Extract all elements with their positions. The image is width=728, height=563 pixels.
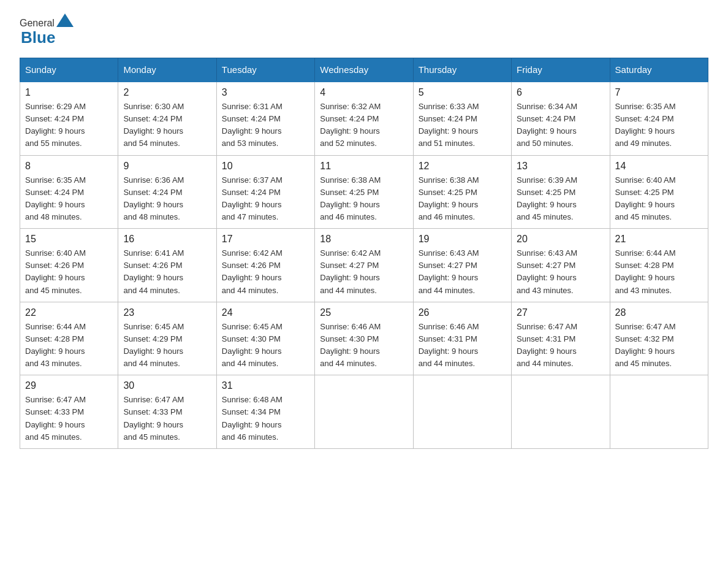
- page-header: General Blue: [20, 15, 708, 45]
- day-number: 17: [222, 234, 309, 245]
- calendar-week-row: 8Sunrise: 6:35 AM Sunset: 4:24 PM Daylig…: [20, 155, 708, 229]
- day-info: Sunrise: 6:40 AM Sunset: 4:25 PM Dayligh…: [615, 174, 703, 224]
- day-number: 30: [123, 380, 211, 391]
- calendar-cell: 29Sunrise: 6:47 AM Sunset: 4:33 PM Dayli…: [20, 375, 118, 449]
- day-number: 10: [222, 161, 309, 172]
- calendar-cell: 6Sunrise: 6:34 AM Sunset: 4:24 PM Daylig…: [512, 82, 610, 155]
- weekday-header-saturday: Saturday: [610, 58, 708, 82]
- calendar-cell: 11Sunrise: 6:38 AM Sunset: 4:25 PM Dayli…: [315, 155, 413, 229]
- weekday-header-sunday: Sunday: [20, 58, 118, 82]
- calendar-body: 1Sunrise: 6:29 AM Sunset: 4:24 PM Daylig…: [20, 82, 708, 448]
- day-info: Sunrise: 6:34 AM Sunset: 4:24 PM Dayligh…: [517, 101, 604, 150]
- calendar-cell: 25Sunrise: 6:46 AM Sunset: 4:30 PM Dayli…: [315, 302, 413, 375]
- calendar-week-row: 15Sunrise: 6:40 AM Sunset: 4:26 PM Dayli…: [20, 229, 708, 302]
- logo-blue-text: Blue: [21, 29, 74, 45]
- calendar-table: SundayMondayTuesdayWednesdayThursdayFrid…: [20, 58, 708, 449]
- day-number: 29: [25, 380, 113, 391]
- calendar-header: SundayMondayTuesdayWednesdayThursdayFrid…: [20, 58, 708, 82]
- calendar-cell: 3Sunrise: 6:31 AM Sunset: 4:24 PM Daylig…: [216, 82, 314, 155]
- day-number: 24: [222, 307, 309, 318]
- calendar-cell: [315, 375, 413, 449]
- day-info: Sunrise: 6:41 AM Sunset: 4:26 PM Dayligh…: [123, 247, 211, 297]
- calendar-cell: 30Sunrise: 6:47 AM Sunset: 4:33 PM Dayli…: [118, 375, 216, 449]
- weekday-header-row: SundayMondayTuesdayWednesdayThursdayFrid…: [20, 58, 708, 82]
- day-number: 8: [25, 161, 113, 172]
- calendar-cell: 14Sunrise: 6:40 AM Sunset: 4:25 PM Dayli…: [610, 155, 708, 229]
- calendar-week-row: 22Sunrise: 6:44 AM Sunset: 4:28 PM Dayli…: [20, 302, 708, 375]
- day-info: Sunrise: 6:29 AM Sunset: 4:24 PM Dayligh…: [25, 101, 113, 150]
- day-number: 31: [222, 380, 309, 391]
- day-info: Sunrise: 6:46 AM Sunset: 4:30 PM Dayligh…: [320, 321, 408, 370]
- day-info: Sunrise: 6:39 AM Sunset: 4:25 PM Dayligh…: [517, 174, 604, 224]
- day-info: Sunrise: 6:32 AM Sunset: 4:24 PM Dayligh…: [320, 101, 408, 150]
- calendar-cell: [610, 375, 708, 449]
- day-info: Sunrise: 6:36 AM Sunset: 4:24 PM Dayligh…: [123, 174, 211, 224]
- weekday-header-tuesday: Tuesday: [216, 58, 314, 82]
- day-info: Sunrise: 6:47 AM Sunset: 4:33 PM Dayligh…: [123, 394, 211, 443]
- calendar-cell: 26Sunrise: 6:46 AM Sunset: 4:31 PM Dayli…: [413, 302, 511, 375]
- day-info: Sunrise: 6:44 AM Sunset: 4:28 PM Dayligh…: [615, 247, 703, 297]
- day-info: Sunrise: 6:37 AM Sunset: 4:24 PM Dayligh…: [222, 174, 309, 224]
- calendar-cell: 12Sunrise: 6:38 AM Sunset: 4:25 PM Dayli…: [413, 155, 511, 229]
- calendar-cell: 31Sunrise: 6:48 AM Sunset: 4:34 PM Dayli…: [216, 375, 314, 449]
- day-info: Sunrise: 6:38 AM Sunset: 4:25 PM Dayligh…: [320, 174, 408, 224]
- calendar-cell: 19Sunrise: 6:43 AM Sunset: 4:27 PM Dayli…: [413, 229, 511, 302]
- day-number: 11: [320, 161, 408, 172]
- day-number: 3: [222, 87, 309, 98]
- day-info: Sunrise: 6:33 AM Sunset: 4:24 PM Dayligh…: [419, 101, 506, 150]
- day-number: 25: [320, 307, 408, 318]
- day-number: 19: [419, 234, 506, 245]
- day-number: 12: [419, 161, 506, 172]
- day-info: Sunrise: 6:43 AM Sunset: 4:27 PM Dayligh…: [419, 247, 506, 297]
- calendar-cell: 20Sunrise: 6:43 AM Sunset: 4:27 PM Dayli…: [512, 229, 610, 302]
- calendar-cell: 17Sunrise: 6:42 AM Sunset: 4:26 PM Dayli…: [216, 229, 314, 302]
- calendar-cell: [512, 375, 610, 449]
- day-info: Sunrise: 6:45 AM Sunset: 4:30 PM Dayligh…: [222, 321, 309, 370]
- calendar-cell: 24Sunrise: 6:45 AM Sunset: 4:30 PM Dayli…: [216, 302, 314, 375]
- calendar-cell: 23Sunrise: 6:45 AM Sunset: 4:29 PM Dayli…: [118, 302, 216, 375]
- day-number: 9: [123, 161, 211, 172]
- day-number: 20: [517, 234, 604, 245]
- calendar-cell: 7Sunrise: 6:35 AM Sunset: 4:24 PM Daylig…: [610, 82, 708, 155]
- day-info: Sunrise: 6:48 AM Sunset: 4:34 PM Dayligh…: [222, 394, 309, 443]
- day-number: 21: [615, 234, 703, 245]
- day-info: Sunrise: 6:46 AM Sunset: 4:31 PM Dayligh…: [419, 321, 506, 370]
- day-number: 4: [320, 87, 408, 98]
- calendar-cell: 21Sunrise: 6:44 AM Sunset: 4:28 PM Dayli…: [610, 229, 708, 302]
- calendar-cell: 28Sunrise: 6:47 AM Sunset: 4:32 PM Dayli…: [610, 302, 708, 375]
- calendar-cell: 16Sunrise: 6:41 AM Sunset: 4:26 PM Dayli…: [118, 229, 216, 302]
- day-number: 16: [123, 234, 211, 245]
- day-info: Sunrise: 6:44 AM Sunset: 4:28 PM Dayligh…: [25, 321, 113, 370]
- day-number: 2: [123, 87, 211, 98]
- calendar-cell: 1Sunrise: 6:29 AM Sunset: 4:24 PM Daylig…: [20, 82, 118, 155]
- day-number: 26: [419, 307, 506, 318]
- day-number: 5: [419, 87, 506, 98]
- calendar-cell: 8Sunrise: 6:35 AM Sunset: 4:24 PM Daylig…: [20, 155, 118, 229]
- calendar-cell: 22Sunrise: 6:44 AM Sunset: 4:28 PM Dayli…: [20, 302, 118, 375]
- day-number: 28: [615, 307, 703, 318]
- calendar-cell: 27Sunrise: 6:47 AM Sunset: 4:31 PM Dayli…: [512, 302, 610, 375]
- day-info: Sunrise: 6:38 AM Sunset: 4:25 PM Dayligh…: [419, 174, 506, 224]
- calendar-cell: 4Sunrise: 6:32 AM Sunset: 4:24 PM Daylig…: [315, 82, 413, 155]
- logo-general-text: General: [20, 18, 55, 28]
- calendar-week-row: 1Sunrise: 6:29 AM Sunset: 4:24 PM Daylig…: [20, 82, 708, 155]
- calendar-cell: 18Sunrise: 6:42 AM Sunset: 4:27 PM Dayli…: [315, 229, 413, 302]
- day-number: 1: [25, 87, 113, 98]
- calendar-cell: 5Sunrise: 6:33 AM Sunset: 4:24 PM Daylig…: [413, 82, 511, 155]
- day-info: Sunrise: 6:30 AM Sunset: 4:24 PM Dayligh…: [123, 101, 211, 150]
- weekday-header-thursday: Thursday: [413, 58, 511, 82]
- day-info: Sunrise: 6:47 AM Sunset: 4:31 PM Dayligh…: [517, 321, 604, 370]
- calendar-cell: 9Sunrise: 6:36 AM Sunset: 4:24 PM Daylig…: [118, 155, 216, 229]
- calendar-week-row: 29Sunrise: 6:47 AM Sunset: 4:33 PM Dayli…: [20, 375, 708, 449]
- logo: General Blue: [20, 15, 74, 45]
- day-info: Sunrise: 6:31 AM Sunset: 4:24 PM Dayligh…: [222, 101, 309, 150]
- day-info: Sunrise: 6:47 AM Sunset: 4:32 PM Dayligh…: [615, 321, 703, 370]
- calendar-cell: 15Sunrise: 6:40 AM Sunset: 4:26 PM Dayli…: [20, 229, 118, 302]
- day-number: 6: [517, 87, 604, 98]
- day-number: 14: [615, 161, 703, 172]
- day-info: Sunrise: 6:35 AM Sunset: 4:24 PM Dayligh…: [615, 101, 703, 150]
- day-info: Sunrise: 6:40 AM Sunset: 4:26 PM Dayligh…: [25, 247, 113, 297]
- weekday-header-friday: Friday: [512, 58, 610, 82]
- day-info: Sunrise: 6:42 AM Sunset: 4:26 PM Dayligh…: [222, 247, 309, 297]
- day-info: Sunrise: 6:35 AM Sunset: 4:24 PM Dayligh…: [25, 174, 113, 224]
